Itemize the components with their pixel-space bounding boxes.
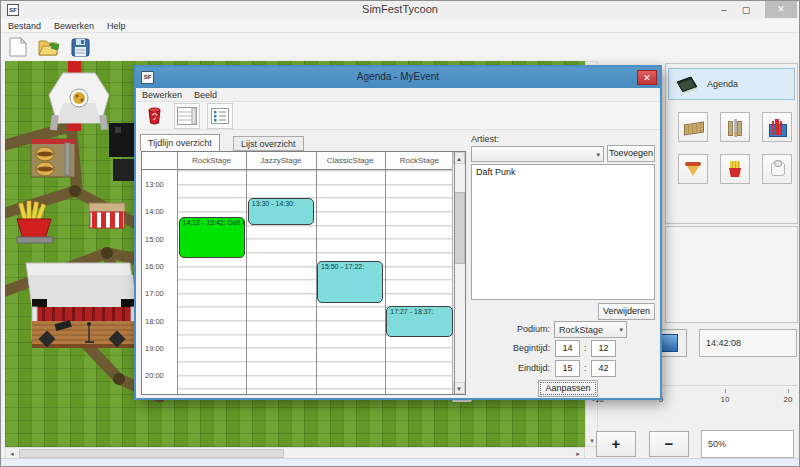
pizza-icon — [683, 159, 703, 179]
main-stage — [26, 263, 136, 348]
timeline-view-button[interactable] — [174, 103, 200, 129]
timeline-event[interactable]: 13:30 - 14:30: — [248, 198, 314, 225]
close-button[interactable]: ✕ — [765, 1, 797, 18]
main-titlebar: SF SimFestTycoon – ▢ ✕ — [1, 1, 799, 19]
slider-label: 10 — [712, 395, 738, 404]
start-time-label: Begintijd: — [471, 343, 550, 353]
trash-icon — [147, 106, 162, 125]
agenda-dialog: SF Agenda - MyEvent ✕ Bewerken Beeld — [134, 65, 662, 400]
timeline-hour-label: 15:00 — [145, 235, 175, 244]
dialog-title: Agenda - MyEvent — [136, 71, 660, 82]
dialog-menubar: Bewerken Beeld — [136, 88, 660, 102]
open-file-button[interactable] — [38, 36, 60, 58]
info-panel — [665, 226, 798, 323]
timeline-column-header: JazzyStage — [246, 152, 315, 170]
timeline-view-icon — [177, 107, 197, 125]
artist-list-item[interactable]: Daft Punk — [476, 167, 650, 177]
timeline-event[interactable]: 14:12 - 15:42: Daft Punk — [179, 217, 245, 258]
menu-bestand[interactable]: Bestand — [8, 21, 41, 31]
stage-floor-icon — [683, 117, 703, 137]
statusbar — [1, 458, 799, 466]
podium-label: Podium: — [471, 324, 550, 334]
end-time-label: Eindtijd: — [471, 363, 550, 373]
artist-combobox[interactable]: ▾ — [471, 146, 604, 162]
timeline-hour-label: 19:00 — [145, 344, 175, 353]
sidebar-item-agenda[interactable]: Agenda — [668, 68, 795, 100]
map-hscroll-thumb[interactable] — [19, 449, 284, 458]
start-minute-input[interactable]: 12 — [591, 340, 616, 357]
fries-icon — [725, 159, 745, 179]
main-window-title: SimFestTycoon — [1, 3, 799, 15]
dialog-menu-bewerken[interactable]: Bewerken — [142, 90, 182, 100]
dialog-close-button[interactable]: ✕ — [637, 70, 657, 85]
dialog-toolbar — [136, 102, 660, 130]
tab-lijst-overzicht[interactable]: Lijst overzicht — [233, 136, 304, 151]
build-panel: Agenda — [665, 63, 798, 224]
menu-bewerken[interactable]: Bewerken — [54, 21, 94, 31]
timeline-column-line — [454, 152, 455, 394]
shop-grid — [678, 112, 794, 184]
end-time-colon: : — [584, 363, 587, 373]
shop-item-toilet-paper-button[interactable] — [762, 154, 792, 184]
zoom-level-field[interactable]: 50% — [701, 430, 794, 458]
podium-combobox[interactable]: RockStage ▾ — [554, 321, 627, 338]
shop-item-festival-gate-button[interactable] — [720, 112, 750, 142]
burger-stand — [31, 139, 75, 177]
chevron-down-icon: ▾ — [619, 322, 623, 338]
zoom-in-button[interactable]: + — [596, 431, 636, 457]
agenda-item-label: Agenda — [707, 79, 738, 89]
timeline-column-header: RockStage — [177, 152, 246, 170]
timeline-header: RockStageJazzyStageClassicStageRockStage — [142, 152, 465, 170]
new-file-icon — [9, 37, 27, 57]
timeline-scroll-thumb[interactable] — [454, 192, 465, 264]
zoom-out-button[interactable]: − — [649, 431, 689, 457]
tab-tijdlijn-overzicht[interactable]: Tijdlijn overzicht — [140, 134, 220, 151]
timeline-column-header: ClassicStage — [316, 152, 385, 170]
start-hour-input[interactable]: 14 — [555, 340, 580, 357]
main-toolbar — [1, 34, 799, 60]
shop-item-fries-button[interactable] — [720, 154, 750, 184]
save-floppy-icon — [71, 38, 90, 57]
dialog-titlebar[interactable]: SF Agenda - MyEvent ✕ — [136, 67, 660, 88]
apply-button[interactable]: Aanpassen — [538, 380, 598, 397]
menu-help[interactable]: Help — [107, 21, 126, 31]
maximize-button[interactable]: ▢ — [737, 3, 755, 17]
minimize-button[interactable]: – — [715, 3, 733, 17]
timeline-hour-label: 14:00 — [145, 207, 175, 216]
timeline-hour-label: 16:00 — [145, 262, 175, 271]
timeline-column-header: RockStage — [385, 152, 454, 170]
open-folder-icon — [38, 37, 60, 57]
end-minute-input[interactable]: 42 — [591, 360, 616, 377]
timeline-hour-label: 17:00 — [145, 289, 175, 298]
list-view-icon — [211, 108, 229, 124]
festival-gate-icon — [725, 117, 745, 137]
timeline-table: RockStageJazzyStageClassicStageRockStage… — [141, 151, 466, 395]
dialog-menu-beeld[interactable]: Beeld — [194, 90, 217, 100]
timeline-hour-label: 13:00 — [145, 180, 175, 189]
shop-item-stage-floor-button[interactable] — [678, 112, 708, 142]
chevron-down-icon: ▾ — [596, 147, 600, 162]
shop-item-gift-button[interactable] — [762, 112, 792, 142]
timeline-column-line — [177, 152, 178, 394]
slider-tick — [788, 389, 789, 393]
gift-icon — [767, 117, 787, 137]
timeline-hour-label: 18:00 — [145, 317, 175, 326]
new-file-button[interactable] — [7, 36, 29, 58]
fries-stand — [17, 201, 53, 243]
delete-event-button[interactable] — [141, 103, 167, 129]
remove-artist-button[interactable]: Verwijderen — [598, 303, 655, 320]
striped-stand — [89, 203, 125, 228]
start-time-colon: : — [584, 343, 587, 353]
artist-listbox[interactable]: Daft Punk — [471, 164, 655, 300]
timeline-event[interactable]: 15:50 - 17:22: — [317, 261, 383, 303]
entrance-tent — [49, 73, 109, 130]
slider-label: 20 — [775, 395, 800, 404]
shop-item-pizza-button[interactable] — [678, 154, 708, 184]
end-hour-input[interactable]: 15 — [555, 360, 580, 377]
list-view-button[interactable] — [207, 103, 233, 129]
add-artist-button[interactable]: Toevoegen — [607, 145, 655, 162]
save-button[interactable] — [69, 36, 91, 58]
timeline-event[interactable]: 17:27 - 18:37: — [386, 306, 452, 338]
main-menubar: Bestand Bewerken Help — [1, 19, 799, 33]
clock-display: 14:42:08 — [699, 329, 797, 357]
